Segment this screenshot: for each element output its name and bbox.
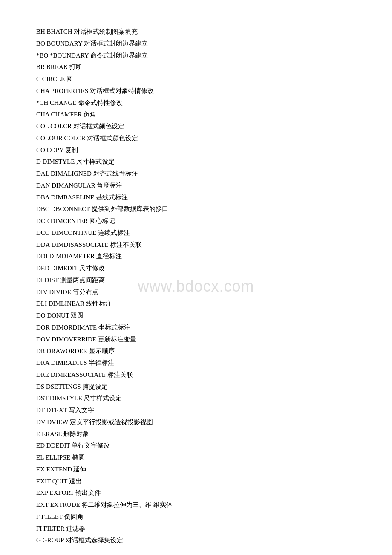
list-item: DOR DIMORDIMATE 坐标式标注 (36, 322, 356, 334)
list-item: CHA CHAMFER 倒角 (36, 109, 356, 121)
page-container: www.bdocx.com BH BHATCH 对话框式绘制图案填充BO BOU… (0, 0, 392, 555)
list-item: DIV DIVIDE 等分布点 (36, 286, 356, 298)
list-item: BH BHATCH 对话框式绘制图案填充 (36, 26, 356, 38)
list-item: EXT EXTRUDE 将二维对象拉伸为三、维 维实体 (36, 499, 356, 511)
list-item: DOV DIMOVERRIDE 更新标注变量 (36, 334, 356, 346)
list-item: EXIT QUIT 退出 (36, 476, 356, 488)
list-item: FI FILTER 过滤器 (36, 523, 356, 535)
list-item: DBA DIMBASELINE 基线式标注 (36, 192, 356, 204)
list-item: DT DTEXT 写入文字 (36, 405, 356, 416)
list-item: EXP EXPORT 输出文件 (36, 487, 356, 499)
list-item: EX EXTEND 延伸 (36, 464, 356, 476)
list-item: DI DIST 测量两点间距离 (36, 275, 356, 286)
list-item: F FILLET 倒圆角 (36, 511, 356, 523)
list-item: DAL DIMALIGNED 对齐式线性标注 (36, 168, 356, 180)
list-item: G GROUP 对话框式选择集设定 (36, 535, 356, 546)
list-item: *CH CHANGE 命令式特性修改 (36, 97, 356, 109)
list-item: DCO DIMCONTINUE 连续式标注 (36, 227, 356, 239)
list-item: BO BOUNDARY 对话框式封闭边界建立 (36, 38, 356, 50)
command-list: BH BHATCH 对话框式绘制图案填充BO BOUNDARY 对话框式封闭边界… (36, 26, 356, 546)
list-item: CHA PROPERTIES 对话框式对象特情修改 (36, 85, 356, 97)
list-item: COLOUR COLCR 对话框式颜色设定 (36, 133, 356, 145)
list-item: DST DIMSTYLE 尺寸样式设定 (36, 393, 356, 405)
list-item: *BO *BOUNDARY 命令式封闭边界建立 (36, 50, 356, 62)
list-item: D DIMSTYLE 尺寸样式设定 (36, 156, 356, 168)
list-item: DRE DIMREASSOCIATE 标注关联 (36, 369, 356, 381)
list-item: DDA DIMDISASSOCIATE 标注不关联 (36, 239, 356, 251)
list-item: DED DIMEDIT 尺寸修改 (36, 263, 356, 275)
list-item: EL ELLIPSE 椭圆 (36, 452, 356, 464)
list-item: COL COLCR 对话框式颜色设定 (36, 121, 356, 133)
list-item: DO DONUT 双圆 (36, 310, 356, 322)
list-item: DS DSETTINGS 捕捉设定 (36, 381, 356, 393)
list-item: BR BREAK 打断 (36, 61, 356, 73)
list-item: DDI DIMDIAMETER 直径标注 (36, 251, 356, 263)
list-item: E ERASE 删除对象 (36, 428, 356, 440)
list-item: DRA DIMRADIUS 半径标注 (36, 357, 356, 369)
list-item: C CIRCLE 圆 (36, 73, 356, 85)
list-item: DV DVIEW 定义平行投影或透视投影视图 (36, 416, 356, 428)
list-item: DBC DBCONNECT 提供到外部数据库表的接口 (36, 203, 356, 215)
list-item: DR DRAWORDER 显示顺序 (36, 345, 356, 357)
list-item: DLI DIMLINEAR 线性标注 (36, 298, 356, 310)
content-box: www.bdocx.com BH BHATCH 对话框式绘制图案填充BO BOU… (26, 17, 366, 555)
list-item: CO COPY 复制 (36, 145, 356, 156)
list-item: DCE DIMCENTER 圆心标记 (36, 215, 356, 227)
list-item: ED DDEDIT 单行文字修改 (36, 440, 356, 452)
list-item: DAN DIMANGULAR 角度标注 (36, 180, 356, 192)
